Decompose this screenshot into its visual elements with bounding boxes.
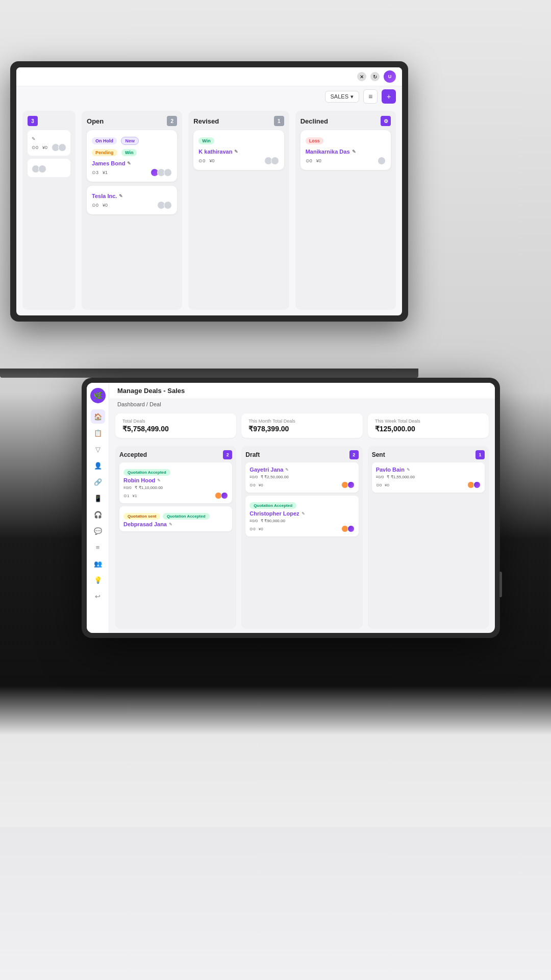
card-name-tesla: Tesla Inc. ✎ [92,193,172,199]
col-title-draft: Draft [245,451,260,458]
col-title-revised: Revised [193,117,219,125]
edit-icon-k[interactable]: ✎ [234,149,238,154]
amount-chris: ₹ ₹90,000.00 [261,519,285,523]
edit-icon-chris[interactable]: ✎ [302,511,305,516]
stats-row: Total Deals ₹5,758,499.00 This Month Tot… [109,409,495,442]
nav-user[interactable]: 👤 [91,458,105,473]
stat-week-deals: This Week Total Deals ₹125,000.00 [368,413,489,438]
card-name-james: James Bond ✎ [92,160,172,166]
card-pavlo[interactable]: Pavlo Bain ✎ ≡0/0 ₹ ₹1,55,000.00 ⊙0 ¥0 [372,462,485,493]
card-robin-hood[interactable]: Quotation Accepted Robin Hood ✎ ≡0/0 ₹ ₹… [119,462,232,503]
card-gayetri[interactable]: Gayetri Jana ✎ ≡0/0 ₹ ₹2,50,000.00 ⊙0 ¥0 [245,462,358,493]
col-draft: Draft 2 Gayetri Jana ✎ ≡0/0 ₹ ₹2,50,0 [241,446,362,629]
tag-quotation-accepted-chris: Quotation Accepted [249,502,296,509]
col-title-accepted: Accepted [119,451,147,458]
card-stats-pavlo: ≡0/0 ₹ ₹1,55,000.00 [376,475,481,479]
breadcrumb: Dashboard / Deal [109,399,495,409]
nav-home[interactable]: 🏠 [91,409,105,424]
card-name-deb: Debprasad Jana ✎ [123,521,228,527]
avatars-robin [215,492,228,499]
edit-icon-deb[interactable]: ✎ [169,522,172,527]
card-stats-row: ⊙0 ¥0 [32,143,66,152]
stat-total-label: Total Deals [122,419,229,424]
settings-icon[interactable]: ✕ [357,72,366,81]
col-badge-draft: 2 [349,450,359,459]
card-name-kathiravan: K kathiravan ✎ [198,149,279,155]
tag-quotation-sent: Quotation sent [123,513,160,520]
add-button[interactable]: + [382,89,396,104]
stat-total-value: ₹5,758,499.00 [122,425,229,433]
col-badge-declined: ⚙ [381,116,391,126]
col-title-declined: Declined [300,117,328,125]
laptop-card-kathiravan[interactable]: Win K kathiravan ✎ ⊙0 ¥0 [193,130,284,170]
tablet-power-button [499,572,502,597]
nav-idea[interactable]: 💡 [91,573,105,587]
nav-headset[interactable]: 🎧 [91,507,105,522]
tag-win: Win [121,149,137,156]
sales-label: SALES [331,93,348,100]
sales-dropdown[interactable]: SALES ▾ [325,91,359,103]
tablet-bezel: 🌿 🏠 📋 ▽ 👤 🔗 📱 🎧 💬 ≡ 👥 💡 ↩ Manage Deals -… [82,378,500,638]
card-stats-2 [32,165,66,173]
card-name-gayetri: Gayetri Jana ✎ [249,467,354,473]
tablet-screen: 🌿 🏠 📋 ▽ 👤 🔗 📱 🎧 💬 ≡ 👥 💡 ↩ Manage Deals -… [87,383,495,633]
laptop-bezel: ✕ ↻ U SALES ▾ ≡ + 3 [10,61,408,322]
nav-chat[interactable]: 💬 [91,524,105,538]
tag-onhold: On Hold [92,137,117,144]
tag-pending: Pending [92,149,117,156]
card-stats-mani: ⊙0 ¥0 [306,157,386,165]
nav-network[interactable]: 🔗 [91,475,105,489]
nav-filter[interactable]: ▽ [91,442,105,456]
tablet-sidebar: 🌿 🏠 📋 ▽ 👤 🔗 📱 🎧 💬 ≡ 👥 💡 ↩ [87,383,109,633]
tablet-kanban: Accepted 2 Quotation Accepted Robin Hood… [109,442,495,633]
col-badge-open: 2 [167,116,177,126]
laptop-card[interactable]: ✎ ⊙0 ¥0 [28,130,70,156]
card-stats: ✎ [32,136,66,141]
nav-group[interactable]: 👥 [91,556,105,571]
col-sent: Sent 1 Pavlo Bain ✎ ≡0/0 ₹ ₹1,55,000. [368,446,489,629]
tablet-main: Manage Deals - Sales Dashboard / Deal To… [109,383,495,633]
laptop-topbar: ✕ ↻ U [16,67,402,86]
laptop-col-revised: Revised 1 Win K kathiravan ✎ ⊙0 ¥0 [188,111,289,310]
chevron-icon: ▾ [350,93,354,100]
edit-icon-gayetri[interactable]: ✎ [285,468,289,472]
laptop-card-tesla[interactable]: Tesla Inc. ✎ ⊙0 ¥0 [87,186,177,214]
nav-back[interactable]: ↩ [91,589,105,603]
tablet-header-title: Manage Deals - Sales [117,387,185,395]
laptop-col-unnamed: 3 ✎ ⊙0 ¥0 [22,111,76,310]
card-name-mani: Manikarnika Das ✎ [306,149,386,155]
edit-icon-tesla[interactable]: ✎ [119,193,123,199]
tag-quotation-accepted-robin: Quotation Accepted [123,469,170,476]
amount-robin: ₹ ₹1,10,000.00 [135,485,163,490]
laptop-card-mani[interactable]: Loss Manikarnika Das ✎ ⊙0 ¥0 [300,130,391,170]
laptop-card-2[interactable] [28,159,70,177]
user-avatar[interactable]: U [384,70,396,83]
edit-icon-robin[interactable]: ✎ [157,478,161,483]
card-stats-gayetri: ≡0/0 ₹ ₹2,50,000.00 [249,475,354,479]
nav-deals[interactable]: 📋 [91,426,105,440]
laptop-col-declined: Declined ⚙ Loss Manikarnika Das ✎ ⊙0 ¥0 [295,111,396,310]
stat-month-value: ₹978,399.00 [248,425,355,433]
edit-icon[interactable]: ✎ [127,161,131,166]
amount-pavlo: ₹ ₹1,55,000.00 [387,475,414,479]
list-view-button[interactable]: ≡ [363,89,378,104]
laptop-card-james[interactable]: On Hold New Pending Win James Bond ✎ ⊙ [87,130,177,182]
card-name-robin: Robin Hood ✎ [123,477,228,483]
tablet-header: Manage Deals - Sales [109,383,495,399]
col-badge-sent: 1 [475,450,485,459]
stat-week-label: This Week Total Deals [375,419,482,424]
edit-icon-mani[interactable]: ✎ [352,149,356,154]
edit-icon[interactable]: ✎ [32,136,36,141]
tag-loss: Loss [306,137,323,144]
tag-quotation-accepted-deb: Quotation Accepted [163,513,210,520]
card-stats-tesla: ⊙0 ¥0 [92,201,172,209]
card-christopher[interactable]: Quotation Accepted Christopher Lopez ✎ ≡… [245,496,358,536]
card-stats-pavlo-2: ⊙0 ¥0 [376,481,481,488]
nav-mobile[interactable]: 📱 [91,491,105,505]
card-debprasad[interactable]: Quotation sent Quotation Accepted Debpra… [119,506,232,531]
refresh-icon[interactable]: ↻ [370,72,380,81]
edit-icon-pavlo[interactable]: ✎ [407,468,410,472]
nav-menu[interactable]: ≡ [91,540,105,554]
col-accepted: Accepted 2 Quotation Accepted Robin Hood… [115,446,236,629]
stat-week-value: ₹125,000.00 [375,425,482,433]
